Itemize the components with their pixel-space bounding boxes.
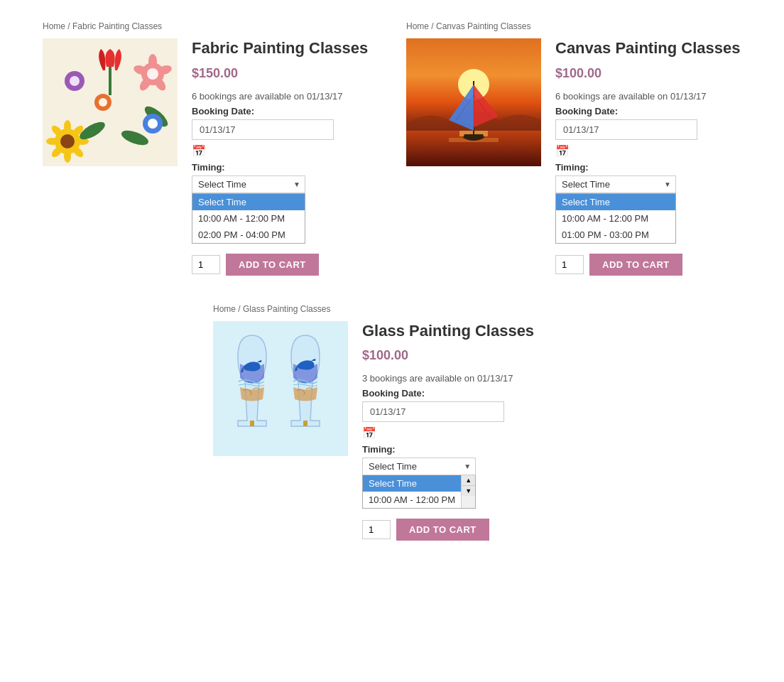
canvas-quantity[interactable] (555, 255, 584, 274)
fabric-title: Fabric Painting Classes (192, 38, 378, 59)
svg-point-7 (64, 150, 71, 163)
glass-dropdown-options: Select Time 10:00 AM - 12:00 PM (363, 475, 461, 508)
canvas-booking-date[interactable] (555, 119, 697, 140)
fabric-breadcrumb: Home / Fabric Painting Classes (43, 21, 378, 31)
svg-rect-38 (303, 421, 307, 426)
fabric-dropdown-arrow: ▼ (289, 180, 305, 188)
glass-scroll-up-button[interactable]: ▲ (462, 475, 475, 486)
glass-timing-select-wrapper: Select Time ▼ Select Time 10:00 AM - 12:… (362, 458, 476, 509)
canvas-select-bar[interactable]: Select Time ▼ (555, 175, 676, 193)
svg-point-14 (148, 54, 157, 68)
fabric-price: $150.00 (192, 66, 378, 81)
canvas-painting-section: Home / Canvas Painting Classes (406, 21, 741, 276)
glass-select-bar[interactable]: Select Time ▼ (362, 458, 476, 475)
canvas-dropdown-list: Select Time 10:00 AM - 12:00 PM 01:00 PM… (555, 193, 676, 244)
glass-availability: 3 bookings are available on 01/13/17 (362, 373, 710, 384)
glass-dropdown-open: Select Time 10:00 AM - 12:00 PM ▲ ▼ (362, 475, 476, 509)
canvas-calendar-icon[interactable]: 📅 (555, 144, 741, 158)
fabric-image-svg (43, 38, 178, 166)
svg-rect-36 (213, 321, 348, 456)
fabric-timing-select-wrapper: Select Time ▼ Select Time 10:00 AM - 12:… (192, 175, 305, 244)
canvas-breadcrumb: Home / Canvas Painting Classes (406, 21, 741, 31)
svg-rect-11 (109, 67, 111, 95)
glass-product-card: Glass Painting Classes $100.00 3 booking… (213, 321, 710, 541)
canvas-home-link[interactable]: Home (406, 21, 429, 31)
canvas-availability: 6 bookings are available on 01/13/17 (555, 91, 741, 102)
canvas-product-card: Canvas Painting Classes $100.00 6 bookin… (406, 38, 741, 276)
svg-point-13 (147, 68, 158, 80)
fabric-product-card: Fabric Painting Classes $150.00 6 bookin… (43, 38, 378, 276)
svg-point-2 (60, 134, 75, 148)
fabric-option-select-time[interactable]: Select Time (192, 194, 305, 210)
fabric-cart-row: ADD TO CART (192, 254, 378, 276)
svg-point-27 (99, 98, 107, 107)
canvas-option-0100-0300[interactable]: 01:00 PM - 03:00 PM (556, 227, 675, 243)
fabric-selected-value: Select Time (192, 176, 289, 193)
fabric-home-link[interactable]: Home (43, 21, 65, 31)
glass-price: $100.00 (362, 348, 710, 363)
svg-point-20 (70, 76, 80, 86)
fabric-product-image (43, 38, 178, 166)
fabric-option-0200-0400[interactable]: 02:00 PM - 04:00 PM (192, 227, 305, 243)
glass-title: Glass Painting Classes (362, 321, 710, 342)
canvas-dropdown-arrow: ▼ (660, 180, 675, 188)
glass-scroll-buttons: ▲ ▼ (461, 475, 475, 508)
svg-point-3 (64, 120, 71, 133)
glass-image-svg (213, 321, 348, 456)
canvas-selected-value: Select Time (556, 176, 660, 193)
glass-home-link[interactable]: Home (213, 304, 236, 314)
fabric-add-to-cart-button[interactable]: ADD TO CART (226, 254, 319, 276)
glass-add-to-cart-button[interactable]: ADD TO CART (396, 519, 489, 541)
glass-painting-section: Home / Glass Painting Classes (213, 304, 741, 541)
top-row: Home / Fabric Painting Classes (43, 21, 741, 276)
glass-option-select-time[interactable]: Select Time (363, 475, 461, 492)
fabric-calendar-icon[interactable]: 📅 (192, 144, 378, 158)
glass-dropdown-arrow: ▼ (459, 462, 475, 470)
glass-timing-label: Timing: (362, 444, 710, 455)
glass-quantity[interactable] (362, 520, 391, 539)
page-wrapper: Home / Fabric Painting Classes (0, 0, 784, 562)
canvas-option-1000-1200[interactable]: 10:00 AM - 12:00 PM (556, 210, 675, 227)
fabric-select-bar[interactable]: Select Time ▼ (192, 175, 305, 193)
canvas-title: Canvas Painting Classes (555, 38, 741, 59)
fabric-booking-date[interactable] (192, 119, 334, 140)
canvas-cart-row: ADD TO CART (555, 254, 741, 276)
glass-product-info: Glass Painting Classes $100.00 3 booking… (362, 321, 710, 541)
fabric-availability: 6 bookings are available on 01/13/17 (192, 91, 378, 102)
glass-scroll-down-button[interactable]: ▼ (462, 486, 475, 496)
canvas-option-select-time[interactable]: Select Time (556, 194, 675, 210)
fabric-painting-section: Home / Fabric Painting Classes (43, 21, 378, 276)
fabric-quantity[interactable] (192, 255, 220, 274)
fabric-dropdown-list: Select Time 10:00 AM - 12:00 PM 02:00 PM… (192, 193, 305, 244)
glass-product-image (213, 321, 348, 456)
svg-point-9 (46, 138, 59, 145)
glass-selected-value: Select Time (363, 458, 459, 475)
glass-booking-date[interactable] (362, 401, 504, 422)
glass-option-1000-1200[interactable]: 10:00 AM - 12:00 PM (363, 492, 461, 508)
glass-booking-label: Booking Date: (362, 388, 710, 399)
canvas-product-image (406, 38, 541, 166)
canvas-price: $100.00 (555, 66, 741, 81)
glass-breadcrumb: Home / Glass Painting Classes (213, 304, 741, 314)
fabric-booking-label: Booking Date: (192, 106, 378, 117)
glass-cart-row: ADD TO CART (362, 519, 710, 541)
glass-calendar-icon[interactable]: 📅 (362, 426, 710, 440)
fabric-timing-label: Timing: (192, 162, 378, 173)
canvas-add-to-cart-button[interactable]: ADD TO CART (589, 254, 682, 276)
fabric-product-info: Fabric Painting Classes $150.00 6 bookin… (192, 38, 378, 276)
canvas-product-info: Canvas Painting Classes $100.00 6 bookin… (555, 38, 741, 276)
svg-rect-37 (250, 421, 254, 426)
svg-point-25 (148, 119, 158, 129)
canvas-booking-label: Booking Date: (555, 106, 741, 117)
fabric-option-1000-1200[interactable]: 10:00 AM - 12:00 PM (192, 210, 305, 227)
canvas-image-svg (406, 38, 541, 166)
canvas-timing-select-wrapper: Select Time ▼ Select Time 10:00 AM - 12:… (555, 175, 676, 244)
canvas-timing-label: Timing: (555, 162, 741, 173)
